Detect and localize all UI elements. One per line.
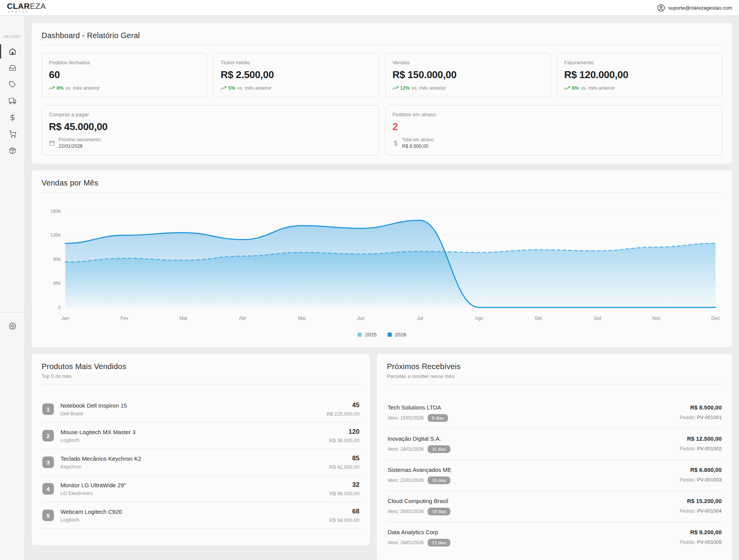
product-name: Notebook Dell Inspiron 15: [60, 402, 320, 409]
kpi-trend: 12% vs. mês anterior: [393, 85, 543, 91]
product-brand: Logitech: [60, 437, 323, 443]
overdue-detail-label: Total em atraso:: [402, 137, 435, 142]
overdue-card: Pedidos em atraso 2 Total em atraso: R$ …: [385, 105, 723, 155]
dollar-icon: [9, 114, 16, 121]
svg-text:Mar: Mar: [179, 316, 187, 321]
product-row: 3 Teclado Mecânico Keychron K2 Keychron …: [42, 449, 360, 476]
sidebar-item-cart[interactable]: [0, 126, 25, 142]
product-quantity: 85: [329, 455, 359, 462]
days-badge: 8 dias: [428, 414, 448, 422]
kpi-trend: 5% vs. mês anterior: [221, 85, 371, 91]
svg-text:180k: 180k: [50, 209, 61, 214]
product-brand: Logitech: [60, 517, 323, 523]
order-number: PV-001004: [697, 508, 722, 514]
receivable-client: Inovação Digital S.A.: [388, 435, 450, 442]
kpi-card: Ticket médio R$ 2.500,00 5% vs. mês ante…: [213, 53, 379, 97]
rank-badge: 2: [42, 430, 54, 441]
kpi-value: R$ 150.000,00: [393, 69, 543, 81]
order-number: PV-001002: [697, 446, 722, 451]
user-account[interactable]: suporte@clarezagestao.com: [657, 4, 732, 12]
logo-subtitle: GESTÃO: [7, 11, 46, 13]
order-number: PV-001003: [697, 477, 722, 483]
trend-suffix: vs. mês anterior: [412, 85, 446, 91]
products-list: 1 Notebook Dell Inspiron 15 Dell Brasil …: [42, 396, 360, 529]
legend-item-2026[interactable]: 2026: [388, 332, 406, 338]
product-total: R$ 96.000,00: [329, 491, 359, 496]
receivable-order: Pedido: PV-001002: [680, 446, 722, 451]
product-row: 1 Notebook Dell Inspiron 15 Dell Brasil …: [42, 396, 360, 423]
payables-value: R$ 45.000,00: [49, 121, 372, 133]
sidebar-item-truck[interactable]: [0, 93, 25, 109]
receivable-value: R$ 9.200,00: [680, 529, 722, 535]
products-subtitle: Top 5 do mês: [42, 373, 360, 379]
product-total: R$ 34.000,00: [329, 517, 359, 523]
sales-chart: 045k90k135k180kJanFevMarAbrMaiJunJulAgoS…: [42, 204, 722, 326]
svg-text:Mai: Mai: [298, 316, 306, 321]
product-name: Webcam Logitech C920: [60, 508, 323, 515]
rank-badge: 5: [42, 510, 54, 521]
page-title: Dashboard - Relatório Geral: [42, 31, 722, 40]
legend-label: 2025: [365, 332, 376, 338]
app-header: CLAREZA GESTÃO suporte@clarezagestao.com: [0, 0, 739, 16]
kpi-value: R$ 120.000,00: [564, 69, 715, 81]
sidebar-item-inbox[interactable]: [0, 60, 25, 76]
product-quantity: 45: [327, 401, 359, 409]
sidebar-bottom: [0, 312, 25, 334]
receivable-value: R$ 12.500,00: [680, 435, 722, 442]
product-name: Mouse Logitech MX Master 3: [60, 429, 323, 435]
kpi-card: Faturamento R$ 120.000,00 8% vs. mês ant…: [557, 53, 722, 97]
sidebar-item-package[interactable]: [0, 142, 25, 159]
receivable-row: Sistemas Avançados ME Venc: 22/01/2026 1…: [387, 460, 722, 491]
receivable-client: Tech Solutions LTDA: [388, 404, 448, 411]
app-logo: CLAREZA GESTÃO: [7, 2, 46, 13]
receivables-subtitle: Parcelas a receber nesse mês: [387, 373, 722, 379]
sidebar-item-settings[interactable]: [0, 318, 25, 334]
trending-up-icon: [393, 85, 398, 91]
product-row: 2 Mouse Logitech MX Master 3 Logitech 12…: [42, 423, 360, 449]
trend-percent: 8%: [57, 85, 64, 91]
product-total: R$ 36.000,00: [329, 438, 359, 443]
receivable-order: Pedido: PV-001001: [680, 415, 722, 420]
sidebar-item-home[interactable]: [0, 43, 25, 60]
payables-detail-label: Próximo vencimento:: [59, 137, 102, 142]
logo-secondary: EZA: [30, 2, 46, 10]
sidebar-item-tag[interactable]: [0, 76, 25, 93]
sidebar-item-dollar[interactable]: [0, 109, 25, 126]
home-icon: [9, 48, 16, 55]
kpi-card: Pedidos fechados 60 8% vs. mês anterior: [42, 53, 207, 97]
order-label: Pedido:: [680, 540, 697, 545]
receivable-order: Pedido: PV-001003: [680, 477, 722, 483]
legend-item-2025[interactable]: 2025: [358, 332, 376, 338]
order-label: Pedido:: [680, 415, 697, 420]
kpi-label: Pedidos fechados: [49, 60, 200, 65]
receivables-list: Tech Solutions LTDA Venc: 15/01/2026 8 d…: [387, 398, 722, 553]
dollar-icon: [393, 140, 399, 146]
svg-text:Jun: Jun: [357, 316, 365, 321]
main-content: Dashboard - Relatório Geral Pedidos fech…: [25, 16, 739, 560]
product-quantity: 120: [329, 428, 359, 436]
receivables-panel: Próximos Recebíveis Parcelas a receber n…: [376, 353, 733, 560]
cart-icon: [9, 130, 16, 138]
trend-percent: 8%: [572, 85, 579, 91]
kpi-card: Vendas R$ 150.000,00 12% vs. mês anterio…: [385, 53, 551, 97]
sidebar-nav: [0, 43, 25, 159]
order-label: Pedido:: [680, 477, 697, 483]
receivable-row: Cloud Computing Brasil Venc: 25/01/2026 …: [387, 491, 722, 522]
svg-text:Fev: Fev: [120, 316, 129, 321]
order-number: PV-001001: [697, 415, 722, 420]
dashboard-panel: Dashboard - Relatório Geral Pedidos fech…: [31, 22, 733, 164]
receivable-row: Data Analytics Corp Venc: 28/01/2026 21 …: [387, 522, 722, 553]
svg-text:Out: Out: [594, 316, 602, 321]
svg-text:Set: Set: [535, 316, 542, 321]
product-brand: Dell Brasil: [60, 411, 320, 416]
top-products-panel: Produtos Mais Vendidos Top 5 do mês 1 No…: [31, 353, 371, 546]
receivable-order: Pedido: PV-001004: [680, 508, 722, 514]
rank-badge: 4: [42, 483, 54, 495]
trend-percent: 5%: [228, 85, 235, 91]
receivable-client: Sistemas Avançados ME: [388, 466, 451, 473]
payables-card: Compras a pagar R$ 45.000,00 Próximo ven…: [42, 105, 379, 155]
receivable-due-date: Venc: 15/01/2026: [388, 415, 423, 421]
sidebar: SEÇÕES: [0, 16, 25, 560]
user-email: suporte@clarezagestao.com: [668, 5, 732, 11]
receivable-order: Pedido: PV-001005: [680, 539, 722, 545]
